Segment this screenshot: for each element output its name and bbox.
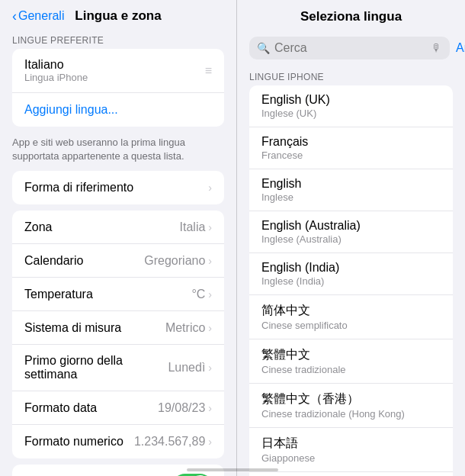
settings-row-1[interactable]: Calendario Gregoriano › xyxy=(12,244,224,278)
language-row-9[interactable]: Español Spagnolo xyxy=(249,472,453,476)
italiano-row: Italiano Lingua iPhone ≡ xyxy=(12,49,224,93)
language-row-0[interactable]: English (UK) Inglese (UK) xyxy=(249,85,453,127)
settings-row-0[interactable]: Zona Italia › xyxy=(12,211,224,244)
row-chevron-1: › xyxy=(208,255,212,267)
lang-name-7: 繁體中文（香港） xyxy=(261,391,441,407)
section-header-iphone: LINGUE IPHONE xyxy=(237,66,465,85)
lang-name-6: 繁體中文 xyxy=(261,347,441,363)
search-icon: 🔍 xyxy=(257,42,270,54)
back-label: Generali xyxy=(18,9,64,23)
mic-icon[interactable]: 🎙 xyxy=(431,42,442,54)
row-chevron-3: › xyxy=(208,322,212,334)
row-value-1: Gregoriano xyxy=(144,254,205,268)
row-value-6: 1.234.567,89 xyxy=(134,435,205,449)
lang-native-6: Cinese tradizionale xyxy=(261,364,441,375)
row-chevron-6: › xyxy=(208,436,212,448)
lang-name-4: English (India) xyxy=(261,261,441,275)
lang-native-0: Inglese (UK) xyxy=(261,108,441,119)
left-panel: ‹ Generali Lingua e zona LINGUE PREFERIT… xyxy=(0,0,236,476)
language-row-8[interactable]: 日本語 Giapponese xyxy=(249,428,453,472)
section-header-lingue: LINGUE PREFERITE xyxy=(0,29,236,49)
row-label-0: Zona xyxy=(24,220,180,234)
row-label-3: Sistema di misura xyxy=(24,321,165,335)
cancel-button[interactable]: Annulla xyxy=(450,41,465,55)
lang-name-1: Français xyxy=(261,135,441,149)
row-value-2: °C xyxy=(191,288,205,301)
page-title-right: Seleziona lingua xyxy=(300,9,402,24)
row-chevron-4: › xyxy=(208,362,212,374)
lang-native-3: Inglese (Australia) xyxy=(261,233,441,245)
row-value-3: Metrico xyxy=(165,321,205,335)
language-row-4[interactable]: English (India) Inglese (India) xyxy=(249,253,453,295)
lang-native-2: Inglese xyxy=(261,191,441,203)
forma-riferimento-label: Forma di riferimento xyxy=(24,181,208,195)
row-label-6: Formato numerico xyxy=(24,435,134,449)
lang-name-5: 简体中文 xyxy=(261,303,441,319)
row-value-4: Lunedì xyxy=(168,361,205,375)
row-label-2: Temperatura xyxy=(24,288,191,301)
settings-row-4[interactable]: Primo giorno della settimana Lunedì › xyxy=(12,345,224,391)
language-row-5[interactable]: 简体中文 Cinese semplificato xyxy=(249,295,453,339)
settings-row-2[interactable]: Temperatura °C › xyxy=(12,278,224,311)
row-label-4: Primo giorno della settimana xyxy=(24,354,168,381)
language-row-3[interactable]: English (Australia) Inglese (Australia) xyxy=(249,211,453,253)
forma-riferimento-chevron: › xyxy=(208,182,212,194)
row-label-5: Formato data xyxy=(24,401,158,415)
back-chevron-icon: ‹ xyxy=(12,9,17,23)
row-label-1: Calendario xyxy=(24,254,144,268)
home-indicator xyxy=(187,468,236,471)
search-container: 🔍 🎙 Annulla xyxy=(237,31,465,66)
lang-name-0: English (UK) xyxy=(261,93,441,107)
row-chevron-0: › xyxy=(208,221,212,233)
back-button[interactable]: ‹ Generali xyxy=(12,9,64,23)
settings-row-3[interactable]: Sistema di misura Metrico › xyxy=(12,311,224,345)
row-value-0: Italia xyxy=(180,220,206,234)
drag-handle-icon: ≡ xyxy=(205,64,212,78)
lang-native-1: Francese xyxy=(261,150,441,161)
right-panel: Seleziona lingua 🔍 🎙 Annulla LINGUE IPHO… xyxy=(236,0,465,476)
italiano-sublabel: Lingua iPhone xyxy=(24,72,205,83)
forma-riferimento-card: Forma di riferimento › xyxy=(12,171,224,204)
aggiungi-lingua-row[interactable]: Aggiungi lingua... xyxy=(12,93,224,127)
language-row-6[interactable]: 繁體中文 Cinese tradizionale xyxy=(249,339,453,384)
row-chevron-2: › xyxy=(208,288,212,301)
lang-name-8: 日本語 xyxy=(261,436,441,452)
lang-native-5: Cinese semplificato xyxy=(261,320,441,331)
lang-name-3: English (Australia) xyxy=(261,219,441,233)
lang-native-4: Inglese (India) xyxy=(261,275,441,287)
language-row-2[interactable]: English Inglese xyxy=(249,169,453,211)
language-row-1[interactable]: Français Francese xyxy=(249,127,453,169)
row-chevron-5: › xyxy=(208,402,212,414)
lang-name-2: English xyxy=(261,177,441,191)
search-bar: 🔍 🎙 xyxy=(249,37,450,60)
row-value-5: 19/08/23 xyxy=(158,401,205,415)
languages-card: English (UK) Inglese (UK) Français Franc… xyxy=(249,85,453,476)
italiano-name: Italiano xyxy=(24,58,205,72)
lingue-preferite-card: Italiano Lingua iPhone ≡ Aggiungi lingua… xyxy=(12,49,224,127)
aggiungi-lingua-label[interactable]: Aggiungi lingua... xyxy=(24,103,118,117)
language-row-7[interactable]: 繁體中文（香港） Cinese tradizionale (Hong Kong) xyxy=(249,384,453,428)
lang-native-8: Giapponese xyxy=(261,452,441,464)
lang-native-7: Cinese tradizionale (Hong Kong) xyxy=(261,408,441,420)
forma-riferimento-row[interactable]: Forma di riferimento › xyxy=(12,171,224,204)
settings-row-6[interactable]: Formato numerico 1.234.567,89 › xyxy=(12,425,224,458)
settings-row-5[interactable]: Formato data 19/08/23 › xyxy=(12,391,224,425)
zona-settings-card: Zona Italia › Calendario Gregoriano › Te… xyxy=(12,211,224,458)
nav-bar-left: ‹ Generali Lingua e zona xyxy=(0,0,236,29)
lingue-info-text: App e siti web useranno la prima lingua … xyxy=(0,133,236,171)
nav-bar-right: Seleziona lingua xyxy=(237,0,465,31)
search-input[interactable] xyxy=(274,41,427,55)
page-title-left: Lingua e zona xyxy=(75,8,161,24)
